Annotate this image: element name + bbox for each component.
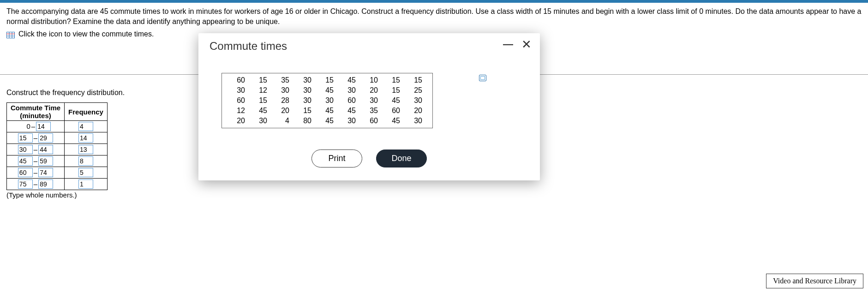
data-value: 60 (360, 117, 383, 125)
lower-limit-input[interactable] (18, 179, 33, 189)
range-dash: – (34, 180, 37, 188)
table-icon[interactable] (6, 31, 15, 37)
range-dash: – (34, 145, 37, 153)
data-value: 45 (383, 117, 405, 125)
range-dash: – (31, 122, 35, 130)
frequency-input[interactable] (78, 168, 93, 177)
data-value: 45 (316, 107, 338, 115)
data-value: 20 (272, 107, 294, 115)
commute-times-modal: Commute times — ✕ 6015353015451015153012… (198, 33, 540, 180)
data-value: 45 (383, 96, 405, 105)
data-value: 15 (250, 76, 272, 84)
frequency-cell (65, 179, 108, 190)
data-value: 30 (316, 96, 338, 105)
lower-limit-fixed: 0 (20, 122, 30, 130)
data-value: 45 (316, 86, 338, 95)
upper-limit-input[interactable] (36, 122, 51, 131)
input-hint: (Type whole numbers.) (6, 191, 154, 199)
data-value: 15 (250, 96, 272, 105)
data-value: 45 (316, 117, 338, 125)
col-header-frequency: Frequency (65, 102, 108, 121)
range-dash: – (34, 157, 37, 165)
range-dash: – (34, 168, 37, 176)
frequency-cell (65, 132, 108, 144)
data-value: 30 (294, 86, 316, 95)
data-value: 60 (383, 107, 405, 115)
done-button[interactable]: Done (376, 149, 427, 167)
data-value: 30 (272, 86, 294, 95)
frequency-cell (65, 167, 108, 179)
frequency-cell (65, 144, 108, 155)
data-value: 60 (227, 76, 250, 84)
data-box: 6015353015451015153012303045302015256015… (221, 73, 433, 128)
data-value: 80 (294, 117, 316, 125)
class-range-cell: – (7, 155, 65, 167)
data-value: 20 (227, 117, 250, 125)
data-value: 10 (360, 76, 383, 84)
copy-icon[interactable] (479, 75, 486, 81)
data-value: 25 (405, 86, 427, 95)
data-value: 20 (405, 107, 427, 115)
svg-rect-0 (7, 32, 15, 38)
data-value: 4 (272, 117, 294, 125)
data-value: 15 (405, 76, 427, 84)
data-value: 15 (294, 107, 316, 115)
table-row: – (7, 132, 108, 144)
frequency-cell (65, 121, 108, 132)
col-header-commute: Commute Time(minutes) (7, 102, 65, 121)
frequency-input[interactable] (78, 179, 93, 189)
data-value: 60 (227, 96, 250, 105)
lower-limit-input[interactable] (18, 145, 33, 154)
frequency-input[interactable] (78, 133, 93, 143)
lower-limit-input[interactable] (18, 168, 33, 177)
data-value: 30 (294, 76, 316, 84)
data-value: 30 (338, 117, 360, 125)
upper-limit-input[interactable] (38, 179, 53, 189)
data-value: 30 (405, 96, 427, 105)
minimize-icon[interactable]: — (503, 39, 513, 49)
lower-limit-input[interactable] (18, 133, 33, 143)
data-value: 30 (294, 96, 316, 105)
section-instruction: Construct the frequency distribution. (6, 89, 154, 97)
class-range-cell: – (7, 132, 65, 144)
data-value: 15 (383, 86, 405, 95)
data-value: 30 (250, 117, 272, 125)
print-button[interactable]: Print (311, 149, 362, 167)
table-row: – (7, 179, 108, 190)
question-text: The accompanying data are 45 commute tim… (6, 6, 862, 26)
data-value: 12 (250, 86, 272, 95)
upper-limit-input[interactable] (38, 168, 53, 177)
table-row: 0– (7, 121, 108, 132)
data-value: 15 (316, 76, 338, 84)
data-value: 45 (250, 107, 272, 115)
data-value: 30 (338, 86, 360, 95)
range-dash: – (34, 134, 37, 142)
data-value: 30 (360, 96, 383, 105)
frequency-input[interactable] (78, 122, 93, 131)
frequency-input[interactable] (78, 145, 93, 154)
table-row: – (7, 155, 108, 167)
data-value: 12 (227, 107, 250, 115)
data-value: 30 (227, 86, 250, 95)
upper-limit-input[interactable] (38, 156, 53, 166)
data-value: 60 (338, 96, 360, 105)
close-icon[interactable]: ✕ (521, 38, 532, 50)
upper-limit-input[interactable] (38, 145, 53, 154)
table-row: – (7, 144, 108, 155)
frequency-table: Commute Time(minutes) Frequency 0–––––– (6, 102, 108, 191)
data-value: 35 (272, 76, 294, 84)
modal-title: Commute times (210, 40, 287, 53)
frequency-input[interactable] (78, 156, 93, 166)
class-range-cell: – (7, 179, 65, 190)
data-value: 45 (338, 76, 360, 84)
class-range-cell: – (7, 167, 65, 179)
class-range-cell: – (7, 144, 65, 155)
lower-limit-input[interactable] (18, 156, 33, 166)
table-row: – (7, 167, 108, 179)
data-value: 30 (405, 117, 427, 125)
class-range-cell: 0– (7, 121, 65, 132)
data-value: 15 (383, 76, 405, 84)
view-data-link[interactable]: Click the icon to view the commute times… (18, 29, 154, 39)
upper-limit-input[interactable] (38, 133, 53, 143)
data-value: 45 (338, 107, 360, 115)
